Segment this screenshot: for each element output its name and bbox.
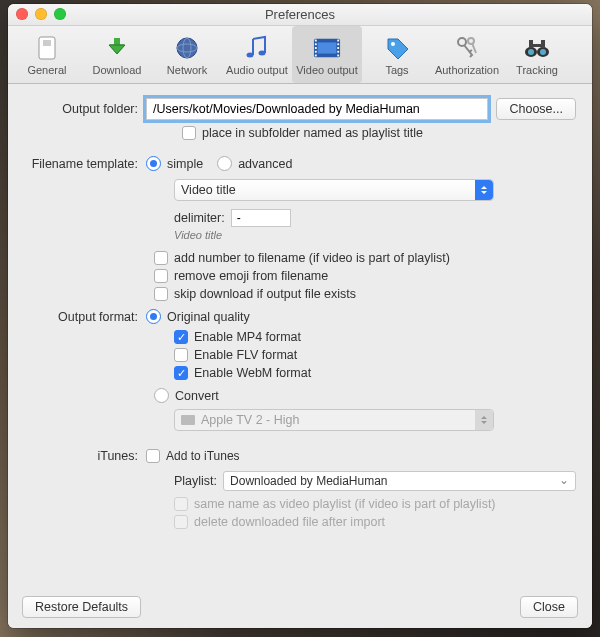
tab-video-output[interactable]: Video output — [292, 26, 362, 83]
zoom-window-icon[interactable] — [54, 8, 66, 20]
choose-button[interactable]: Choose... — [496, 98, 576, 120]
restore-defaults-button[interactable]: Restore Defaults — [22, 596, 141, 618]
svg-rect-8 — [318, 42, 337, 53]
minimize-window-icon[interactable] — [35, 8, 47, 20]
svg-rect-27 — [541, 40, 545, 48]
template-advanced-radio[interactable]: advanced — [217, 156, 292, 171]
svg-rect-1 — [43, 40, 51, 46]
filename-template-label: Filename template: — [24, 157, 146, 171]
window-title: Preferences — [265, 7, 335, 22]
subfolder-checkbox[interactable] — [182, 126, 196, 140]
original-quality-radio[interactable]: Original quality — [146, 309, 250, 324]
content-pane: Output folder: Choose... place in subfol… — [8, 84, 592, 586]
skip-existing-checkbox[interactable] — [154, 287, 168, 301]
svg-point-6 — [259, 50, 266, 55]
playlist-label: Playlist: — [174, 474, 217, 488]
delimiter-label: delimiter: — [174, 211, 225, 225]
svg-rect-10 — [315, 43, 317, 45]
close-window-icon[interactable] — [16, 8, 28, 20]
itunes-label: iTunes: — [24, 449, 146, 463]
svg-rect-17 — [337, 50, 339, 52]
enable-mp4-checkbox[interactable] — [174, 330, 188, 344]
svg-rect-9 — [315, 39, 317, 41]
svg-rect-26 — [529, 40, 533, 48]
close-button[interactable]: Close — [520, 596, 578, 618]
toolbar: General Download Network Audio output Vi… — [8, 26, 592, 84]
itunes-playlist-combo[interactable]: Downloaded by MediaHuman — [223, 471, 576, 491]
svg-rect-12 — [315, 50, 317, 52]
tab-network[interactable]: Network — [152, 26, 222, 83]
svg-point-5 — [247, 52, 254, 57]
svg-rect-28 — [533, 44, 541, 47]
svg-point-19 — [391, 42, 395, 46]
keys-icon — [453, 34, 481, 62]
svg-point-2 — [177, 38, 197, 58]
enable-webm-checkbox[interactable] — [174, 366, 188, 380]
chevron-updown-icon — [475, 180, 493, 200]
tab-tags[interactable]: Tags — [362, 26, 432, 83]
output-folder-input[interactable] — [146, 98, 488, 120]
music-note-icon — [243, 34, 271, 62]
svg-rect-18 — [337, 54, 339, 56]
template-simple-radio[interactable]: simple — [146, 156, 203, 171]
preferences-window: Preferences General Download Network Aud… — [8, 4, 592, 628]
enable-flv-checkbox[interactable] — [174, 348, 188, 362]
tab-general[interactable]: General — [12, 26, 82, 83]
tab-download[interactable]: Download — [82, 26, 152, 83]
add-itunes-checkbox[interactable] — [146, 449, 160, 463]
svg-point-25 — [540, 49, 546, 55]
output-folder-label: Output folder: — [24, 102, 146, 116]
remove-emoji-checkbox[interactable] — [154, 269, 168, 283]
film-icon — [313, 34, 341, 62]
download-icon — [103, 34, 131, 62]
subfolder-label: place in subfolder named as playlist tit… — [202, 126, 423, 140]
convert-preset-select: Apple TV 2 - High — [174, 409, 494, 431]
svg-rect-14 — [337, 39, 339, 41]
same-name-checkbox — [174, 497, 188, 511]
tab-authorization[interactable]: Authorization — [432, 26, 502, 83]
chevron-updown-icon — [475, 410, 493, 430]
appletv-icon — [181, 415, 195, 425]
svg-rect-16 — [337, 47, 339, 49]
add-number-checkbox[interactable] — [154, 251, 168, 265]
filename-template-select[interactable]: Video title — [174, 179, 494, 201]
tag-icon — [383, 34, 411, 62]
delete-after-checkbox — [174, 515, 188, 529]
window-controls — [16, 8, 66, 20]
output-format-label: Output format: — [24, 310, 146, 324]
titlebar: Preferences — [8, 4, 592, 26]
svg-point-24 — [528, 49, 534, 55]
convert-radio[interactable]: Convert — [154, 388, 219, 403]
switch-icon — [33, 34, 61, 62]
globe-icon — [173, 34, 201, 62]
svg-rect-13 — [315, 54, 317, 56]
filename-preview: Video title — [174, 229, 576, 241]
svg-rect-15 — [337, 43, 339, 45]
footer: Restore Defaults Close — [8, 586, 592, 628]
delimiter-input[interactable] — [231, 209, 291, 227]
svg-rect-29 — [181, 415, 195, 425]
tab-tracking[interactable]: Tracking — [502, 26, 572, 83]
svg-rect-11 — [315, 47, 317, 49]
binoculars-icon — [523, 34, 551, 62]
tab-audio-output[interactable]: Audio output — [222, 26, 292, 83]
